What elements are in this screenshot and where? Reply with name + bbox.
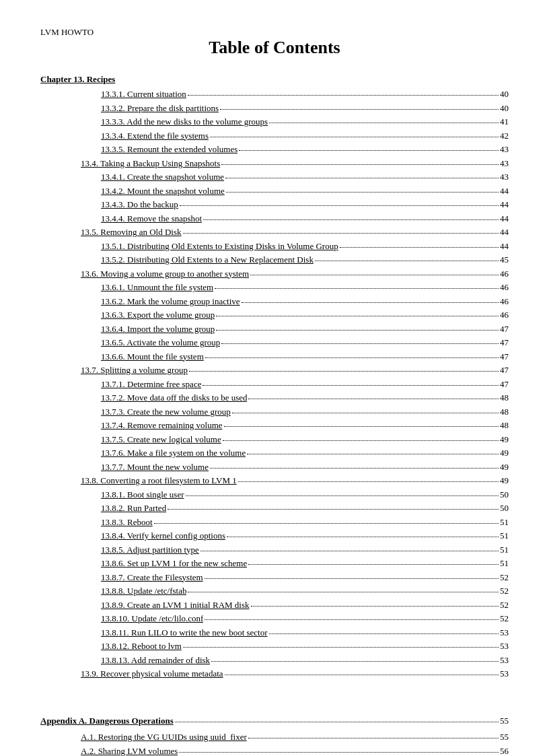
- entry-text: 13.8.13. Add remainder of disk: [101, 654, 210, 667]
- entry-page: 44: [500, 226, 509, 239]
- entry-dots: [188, 592, 499, 592]
- entry-text: 13.8.11. Run LILO to write the new boot …: [101, 626, 268, 640]
- list-item: 13.6.1. Unmount the file system 46: [40, 281, 509, 294]
- entry-dots: [315, 261, 499, 261]
- appendixA-heading-line: Appendix A. Dangerous Operations 55: [40, 694, 509, 730]
- entry-page: 48: [500, 405, 509, 419]
- entry-page: 44: [500, 212, 509, 226]
- entry-dots: [205, 619, 499, 620]
- entry-dots: [203, 219, 499, 220]
- entry-text: 13.3.4. Extend the file systems: [101, 129, 209, 143]
- entry-text: 13.7.7. Mount the new volume: [101, 460, 209, 474]
- appendixA-page: 55: [500, 714, 509, 728]
- entry-dots: [223, 440, 499, 441]
- entry-dots: [247, 454, 499, 454]
- entry-page: 50: [500, 488, 509, 502]
- list-item: 13.4.1. Create the snapshot volume 43: [40, 170, 509, 184]
- entry-text: 13.9. Recover physical volume metadata: [81, 667, 223, 681]
- entry-page: 52: [500, 584, 509, 598]
- entry-dots: [154, 523, 499, 524]
- entry-text: 13.3.1. Current situation: [101, 88, 186, 101]
- list-item: 13.8.11. Run LILO to write the new boot …: [40, 626, 509, 640]
- list-item: 13.7.3. Create the new volume group 48: [40, 405, 509, 419]
- entry-dots: [238, 481, 499, 482]
- entry-dots: [232, 413, 499, 413]
- entry-page: 47: [500, 336, 509, 349]
- list-item: 13.4. Taking a Backup Using Snapshots 43: [40, 157, 509, 170]
- entry-dots: [180, 205, 499, 206]
- entry-text: 13.8.7. Create the Filesystem: [101, 571, 203, 584]
- entry-text: 13.5.2. Distributing Old Extents to a Ne…: [101, 253, 314, 267]
- page-header: LVM HOWTO: [40, 27, 509, 38]
- entry-dots: [183, 233, 499, 234]
- entry-text: 13.4.3. Do the backup: [101, 198, 178, 211]
- entry-page: 43: [500, 143, 509, 156]
- entry-dots: [251, 606, 499, 607]
- entry-page: 50: [500, 502, 509, 515]
- entry-page: 49: [500, 474, 509, 487]
- entry-page: 44: [500, 184, 509, 198]
- entry-dots: [248, 399, 499, 399]
- entry-text: 13.8.6. Set up LVM 1 for the new scheme: [101, 557, 247, 570]
- entry-text: 13.6.6. Mount the file system: [101, 350, 204, 364]
- entry-page: 43: [500, 157, 509, 170]
- entry-text: 13.4.1. Create the snapshot volume: [101, 170, 224, 184]
- list-item: 13.8.4. Verify kernel config options 51: [40, 529, 509, 543]
- entry-text: 13.5. Removing an Old Disk: [81, 226, 182, 239]
- entry-page: 52: [500, 598, 509, 612]
- entry-page: 53: [500, 640, 509, 653]
- entry-text: 13.7.3. Create the new volume group: [101, 405, 231, 419]
- entry-text: 13.8.3. Reboot: [101, 516, 153, 529]
- list-item: 13.8.13. Add remainder of disk 53: [40, 654, 509, 667]
- entry-dots: [250, 275, 499, 275]
- entry-dots: [224, 426, 499, 427]
- entry-page: 51: [500, 529, 509, 543]
- list-item: 13.6.3. Export the volume group 46: [40, 308, 509, 322]
- entry-dots: [203, 385, 499, 386]
- list-item: 13.3.2. Prepare the disk partitions 40: [40, 102, 509, 115]
- entry-text: 13.7.5. Create new logical volume: [101, 433, 221, 446]
- entry-text: 13.7. Splitting a volume group: [81, 364, 188, 377]
- appendixA-entries: A.1. Restoring the VG UUIDs using uuid_f…: [40, 730, 509, 756]
- entry-page: 51: [500, 557, 509, 570]
- entry-dots: [200, 551, 499, 551]
- entry-page: 40: [500, 88, 509, 101]
- entry-text: 13.6.1. Unmount the file system: [101, 281, 213, 294]
- entry-dots: [269, 633, 499, 634]
- entry-dots: [220, 109, 499, 110]
- list-item: 13.5.2. Distributing Old Extents to a Ne…: [40, 253, 509, 267]
- list-item: 13.4.2. Mount the snapshot volume 44: [40, 184, 509, 198]
- entry-page: 44: [500, 240, 509, 253]
- list-item: 13.8.7. Create the Filesystem 52: [40, 571, 509, 584]
- entry-text: 13.6. Moving a volume group to another s…: [81, 267, 249, 281]
- entry-dots: [221, 343, 499, 344]
- list-item: 13.7.1. Determine free space 47: [40, 378, 509, 391]
- entry-dots: [211, 661, 499, 662]
- list-item: 13.8.3. Reboot 51: [40, 516, 509, 529]
- list-item: 13.6.5. Activate the volume group 47: [40, 336, 509, 349]
- chapter13-section: Chapter 13. Recipes 13.3.1. Current situ…: [40, 74, 509, 681]
- entry-dots: [269, 123, 499, 123]
- entry-page: 41: [500, 115, 509, 129]
- entry-page: 48: [500, 391, 509, 405]
- list-item: 13.7.7. Mount the new volume 49: [40, 460, 509, 474]
- entry-text: 13.4.4. Remove the snapshot: [101, 212, 202, 226]
- entry-page: 45: [500, 253, 509, 267]
- list-item: 13.8.5. Adjust partition type 51: [40, 543, 509, 557]
- entry-text: 13.8.4. Verify kernel config options: [101, 529, 225, 543]
- entry-text: 13.4.2. Mount the snapshot volume: [101, 184, 225, 198]
- list-item: 13.8. Converting a root filesystem to LV…: [40, 474, 509, 487]
- list-item: 13.3.5. Remount the extended volumes 43: [40, 143, 509, 156]
- entry-page: 42: [500, 129, 509, 143]
- entry-dots: [227, 537, 499, 537]
- list-item: 13.4.3. Do the backup 44: [40, 198, 509, 211]
- entry-text: 13.4. Taking a Backup Using Snapshots: [81, 157, 220, 170]
- entry-dots: [242, 302, 499, 303]
- toc-content: Chapter 13. Recipes 13.3.1. Current situ…: [40, 74, 509, 756]
- entry-page: 49: [500, 460, 509, 474]
- entry-dots: [221, 164, 499, 165]
- entry-text: 13.8.5. Adjust partition type: [101, 543, 199, 557]
- entry-text: 13.8.8. Update /etc/fstab: [101, 584, 186, 598]
- entry-dots: [225, 178, 499, 178]
- entry-dots: [210, 137, 499, 137]
